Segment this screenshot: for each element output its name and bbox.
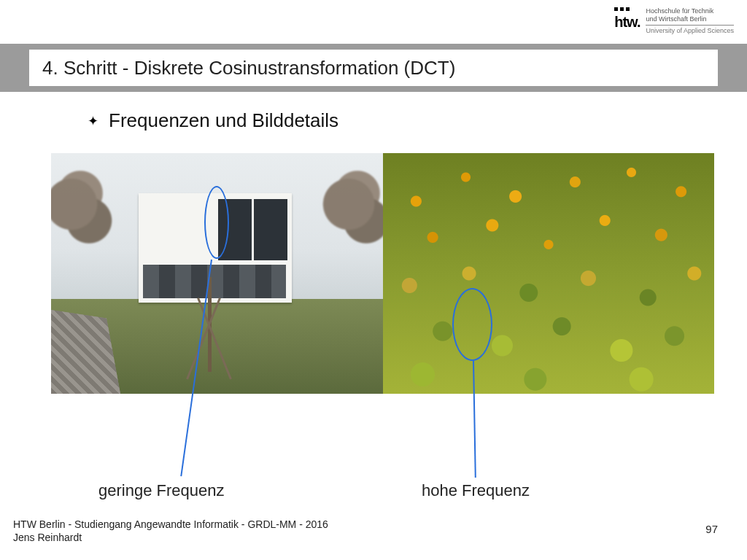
- caption-high-frequency: hohe Frequenz: [422, 481, 530, 500]
- footer: HTW Berlin - Studiengang Angewandte Info…: [13, 518, 328, 544]
- caption-low-frequency: geringe Frequenz: [98, 481, 224, 500]
- image-row: [51, 153, 714, 394]
- university-logo: htw. Hochschule für Technik und Wirtscha…: [614, 7, 734, 34]
- logo-text: htw.: [614, 14, 640, 31]
- image-right-flowers: [383, 153, 715, 394]
- annotation-ellipse-right: [452, 288, 492, 361]
- slide-title: 4. Schritt - Diskrete Cosinustransformat…: [29, 50, 718, 86]
- logo-line1: Hochschule für Technik: [646, 7, 734, 15]
- footer-line2: Jens Reinhardt: [13, 531, 328, 544]
- footer-line1: HTW Berlin - Studiengang Angewandte Info…: [13, 518, 328, 531]
- logo-line3: University of Applied Sciences: [646, 25, 734, 35]
- bullet-text: Frequenzen und Bilddetails: [109, 109, 338, 132]
- bullet-row: ✦ Frequenzen und Bilddetails: [88, 109, 338, 132]
- annotation-ellipse-left: [204, 186, 229, 259]
- logo-dots-icon: [614, 7, 630, 11]
- bullet-marker-icon: ✦: [88, 113, 98, 129]
- logo-mark: htw.: [614, 7, 640, 31]
- logo-subtitle: Hochschule für Technik und Wirtschaft Be…: [646, 7, 734, 34]
- page-number: 97: [705, 523, 718, 535]
- logo-line2: und Wirtschaft Berlin: [646, 15, 734, 23]
- header: htw. Hochschule für Technik und Wirtscha…: [0, 0, 747, 44]
